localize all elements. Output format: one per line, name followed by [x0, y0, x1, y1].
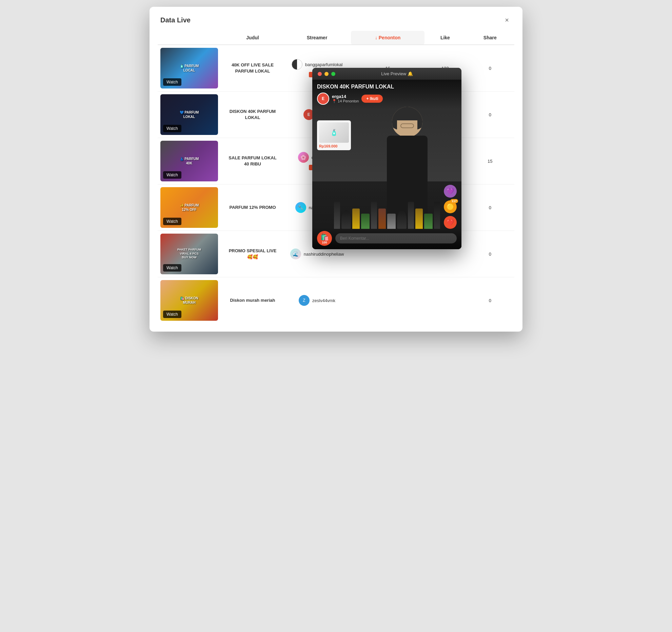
live-viewer-count: 📍 14 Penonton [332, 99, 359, 103]
row-title-5: PROMO SPESIAL LIVE🥰🥰 [228, 248, 278, 260]
title-cell-6: Diskon murah meriah [222, 277, 283, 324]
share-cell-2: 0 [466, 92, 514, 138]
bottle-5 [371, 202, 377, 229]
modal-header: Data Live × [150, 7, 522, 31]
watch-button-2[interactable]: Watch [163, 125, 181, 132]
col-header-penonton[interactable]: ↓ Penonton [351, 31, 424, 45]
comment-input[interactable] [335, 233, 457, 243]
avatar-4: 🔧 [295, 202, 306, 213]
row-title-2: DISKON 40K PARFUM LOKAL [228, 108, 278, 121]
avatar-6: Z [299, 295, 310, 306]
live-user-info: E erga14 📍 14 Penonton + Ikuti [317, 93, 457, 105]
traffic-light-red[interactable] [318, 72, 322, 76]
thumb-text-5: PAKET PARFUMVIRAL 4 PCSBUY NOW [176, 246, 202, 261]
product-card: 🧴 Rp169.000 [317, 120, 351, 150]
reaction-gold-wrapper: 🟡 117 [444, 200, 457, 213]
col-header-judul[interactable]: Judul [222, 31, 283, 45]
traffic-light-yellow[interactable] [324, 72, 329, 76]
col-header-like[interactable]: Like [424, 31, 466, 45]
glasses [400, 123, 414, 128]
reaction-count: 117 [450, 199, 458, 203]
watch-button-6[interactable]: Watch [163, 311, 181, 318]
thumbnail-2: 💙 PARFUMLOKAL Watch [160, 94, 218, 135]
avatar-1 [292, 59, 302, 70]
thumbnail-cell: 💙 PARFUMLOKAL Watch [158, 92, 222, 138]
table-header-row: Judul Streamer ↓ Penonton Like Share [158, 31, 514, 45]
thumbnail-5: PAKET PARFUMVIRAL 4 PCSBUY NOW Watch [160, 234, 218, 274]
popup-title: Live Preview 🔔 [338, 71, 456, 76]
thumb-text: 🧴 PARFUMLOCAL [178, 62, 200, 74]
follow-button[interactable]: + Ikuti [361, 95, 383, 103]
thumbnail-cell: ✨ PARFUM12% OFF Watch [158, 184, 222, 231]
popup-titlebar: Live Preview 🔔 [312, 68, 461, 80]
bottle-6 [378, 209, 386, 229]
streamer-name-1: banggaparfumlokal [305, 62, 343, 67]
product-price: Rp169.000 [319, 144, 349, 148]
thumb-text-4: ✨ PARFUM12% OFF [178, 202, 200, 213]
live-streamer-name: erga14 [332, 94, 359, 99]
thumb-text-2: 💙 PARFUMLOKAL [178, 109, 200, 120]
thumbnail-cell: 🛍️ DISKONMURAH Watch [158, 277, 222, 324]
col-header-share[interactable]: Share [466, 31, 514, 45]
avatar-5: 🌊 [290, 249, 301, 259]
title-cell-3: SALE PARFUM LOKAL 40 RIBU [222, 138, 283, 184]
live-preview-popup: Live Preview 🔔 [312, 68, 461, 249]
share-cell-1: 0 [466, 45, 514, 92]
streamer-name-6: zeslv44vmk [312, 298, 335, 303]
bottle-9 [408, 202, 414, 229]
avatar-3: 🌸 [298, 152, 309, 163]
watch-button-5[interactable]: Watch [163, 264, 181, 272]
title-cell-5: PROMO SPESIAL LIVE🥰🥰 [222, 231, 283, 277]
reaction-button-love[interactable]: ❤️ [444, 216, 457, 229]
title-cell-4: PARFUM 12% PROMO [222, 184, 283, 231]
close-button[interactable]: × [502, 15, 512, 25]
live-content: DISKON 40K PARFUM LOKAL E erga14 📍 14 Pe… [312, 80, 461, 249]
row-title-4: PARFUM 12% PROMO [228, 204, 278, 211]
row-title-3: SALE PARFUM LOKAL 40 RIBU [228, 155, 278, 167]
thumb-text-6: 🛍️ DISKONMURAH [179, 295, 200, 306]
bag-count: 100 [322, 241, 327, 244]
live-header-overlay: DISKON 40K PARFUM LOKAL E erga14 📍 14 Pe… [312, 80, 461, 109]
shopee-bag-icon[interactable]: 🛍️ 100 [317, 231, 332, 246]
reaction-button-heart[interactable]: 💜 [444, 185, 457, 198]
product-thumbnail: 🧴 [319, 122, 349, 143]
watch-button-4[interactable]: Watch [163, 218, 181, 225]
bottle-10 [415, 209, 423, 229]
bottle-12 [434, 202, 440, 229]
viewers-cell-6 [351, 277, 424, 324]
like-cell-6 [424, 277, 466, 324]
thumbnail-3: 👗 PARFUM40K Watch [160, 141, 218, 181]
bottle-3 [352, 209, 360, 229]
bottles-area [312, 161, 461, 229]
scene-container: DISKON 40K PARFUM LOKAL E erga14 📍 14 Pe… [312, 80, 461, 249]
table-row: 🛍️ DISKONMURAH Watch Diskon murah meriah… [158, 277, 514, 324]
thumbnail-4: ✨ PARFUM12% OFF Watch [160, 187, 218, 228]
face [397, 120, 417, 136]
share-cell-4: 0 [466, 184, 514, 231]
watch-button-3[interactable]: Watch [163, 171, 181, 179]
row-title-1: 40K OFF LIVE SALE PARFUM LOKAL [228, 62, 278, 74]
col-header-streamer[interactable]: Streamer [283, 31, 351, 45]
thumbnail-6: 🛍️ DISKONMURAH Watch [160, 280, 218, 321]
reaction-area: 💜 🟡 117 ❤️ [444, 185, 457, 229]
live-stream-title: DISKON 40K PARFUM LOKAL [317, 84, 457, 90]
row-title-6: Diskon murah meriah [228, 297, 278, 303]
bottle-2 [341, 210, 351, 229]
streamer-name-5: nashiruddinopheliaw [304, 252, 344, 257]
bottle-4 [361, 214, 370, 229]
col-header-thumbnail [158, 31, 222, 45]
bottle-7 [387, 214, 396, 229]
traffic-light-green[interactable] [331, 72, 335, 76]
bottle-11 [424, 214, 433, 229]
thumbnail-cell: PAKET PARFUMVIRAL 4 PCSBUY NOW Watch [158, 231, 222, 277]
watch-button-1[interactable]: Watch [163, 78, 181, 86]
bottle-8 [397, 210, 407, 229]
share-cell-5: 0 [466, 231, 514, 277]
live-bottom-bar: 🛍️ 100 [312, 228, 461, 249]
streamer-head [392, 107, 422, 137]
bottle-1 [334, 202, 340, 229]
modal: Data Live × Judul Streamer ↓ Penonton Li… [150, 7, 522, 332]
thumb-text-3: 👗 PARFUM40K [178, 155, 200, 167]
live-streamer-avatar: E [317, 93, 329, 105]
share-cell-6: 0 [466, 277, 514, 324]
